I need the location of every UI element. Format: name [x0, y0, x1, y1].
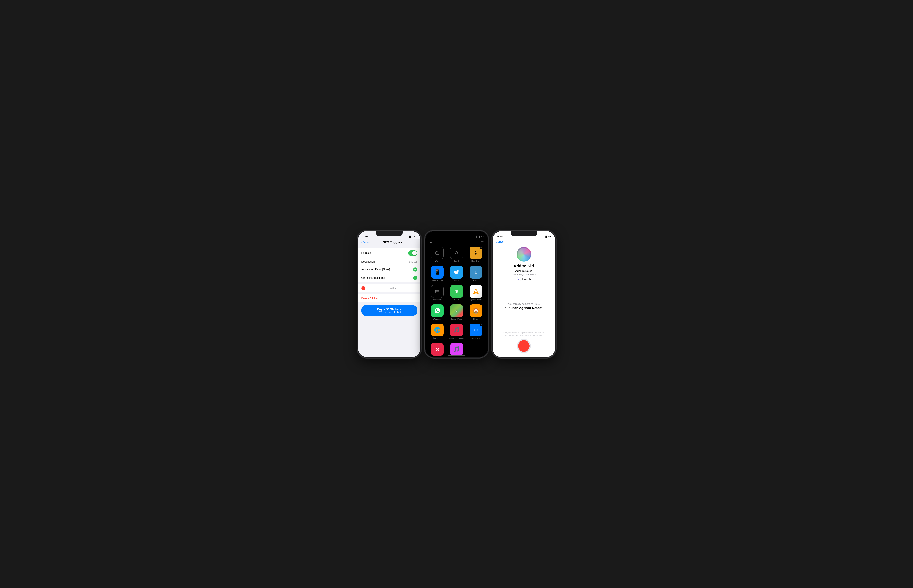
svg-rect-12: [477, 293, 478, 294]
description-label: Description: [361, 260, 375, 263]
twitter-action-row: − Twitter: [358, 284, 421, 292]
whatsapp-icon: [431, 304, 444, 317]
siri-orb: [516, 247, 531, 262]
shortcut-newshow[interactable]: 🎙 )))) New Show: [468, 247, 484, 262]
shortcut-twitter[interactable]: Twitter: [449, 266, 465, 281]
timezones-icon: 🌐: [431, 324, 444, 336]
siri-body: Add to Siri Agenda Notes Launch Agenda N…: [493, 245, 555, 357]
bookmarks-label: Bookmarks: [432, 299, 442, 300]
timezones-label: Time Zones: [432, 337, 442, 339]
launch-row: A Launch: [517, 277, 531, 281]
linked-actions-add-button[interactable]: +: [413, 276, 417, 280]
maps-pin: 📍: [459, 313, 461, 316]
shortcut-bookmarks[interactable]: Bookmarks: [429, 285, 445, 300]
playlists-label: Playlists: [453, 357, 460, 357]
nav-back-button[interactable]: ‹ Action: [361, 241, 370, 244]
playlists-glyph: 🎵: [453, 346, 460, 352]
shortcut-dollar[interactable]: $ $ → €: [449, 285, 465, 300]
nav-back-label: Action: [363, 241, 370, 244]
settings-icon[interactable]: ⚙: [429, 240, 432, 244]
shortcut-appleframes[interactable]: 📱 Apple Frames: [429, 266, 445, 281]
dollar-label: $ → €: [454, 299, 459, 300]
notch-1: [376, 231, 403, 236]
playlists-icon: 🎵: [450, 343, 463, 355]
delete-button[interactable]: Delete Sticker: [358, 295, 421, 302]
description-value: A Sticker: [406, 260, 417, 263]
phone-shortcuts: ▌▌▌ ⌾ ▪ ⚙ ✏: [425, 231, 489, 358]
newshow-icon: 🎙 )))): [469, 247, 482, 259]
description-row[interactable]: Description A Sticker: [358, 258, 421, 265]
euro-icon: €: [469, 266, 482, 278]
dollar-icon: $: [450, 285, 463, 298]
phone-add-to-siri: 12:59 ▌▌▌ ⌾ ▪ Cancel Add to Siri Agend: [492, 231, 556, 358]
phone3-content: Cancel Add to Siri Agenda Notes Launch A…: [493, 239, 555, 357]
wifi-icon-2: ⌾: [481, 236, 482, 238]
status-time-1: 12:59: [362, 235, 368, 238]
edit-icon[interactable]: ✏: [481, 240, 484, 244]
status-icons-3: ▌▌▌ ⌾ ▪: [544, 236, 551, 238]
siri-say-label: You can say something like...: [508, 302, 540, 305]
agenda-icon: [469, 285, 482, 298]
home-label: Home: [473, 318, 478, 320]
speakers-glyph: 🎵: [453, 327, 460, 333]
bookmarks-icon: [431, 285, 444, 298]
shortcut-whatsapp[interactable]: WhatsApp: [429, 304, 445, 320]
search-label: Search: [453, 260, 460, 262]
nfc-badge-openurl: ))): [480, 324, 482, 326]
newshow-icon-glyph: 🎙: [473, 250, 478, 256]
shortcut-euro[interactable]: € € → $: [468, 266, 484, 281]
timezones-glyph: 🌐: [434, 327, 440, 333]
buy-button-container: Buy NFC Stickers 10% discount unlocked: [358, 302, 421, 319]
associated-data-add-button[interactable]: +: [413, 267, 417, 271]
nav-title: NFC Triggers: [383, 241, 402, 244]
shortcut-openurl[interactable]: ))) Open URL: [468, 324, 484, 339]
phone3-header: Cancel: [493, 239, 555, 245]
phone2-content: ⚙ ✏: [426, 239, 488, 357]
agenda-label: Agenda Notes: [470, 299, 482, 300]
home-glyph: 🏠: [473, 307, 479, 314]
shortcut-work[interactable]: Work: [429, 247, 445, 262]
battery-icon-1: ▪: [416, 236, 416, 238]
shortcut-timezones[interactable]: 🌐 Time Zones: [429, 324, 445, 339]
phone2-header: ⚙ ✏: [426, 239, 488, 245]
nav-plus-button[interactable]: +: [415, 240, 417, 244]
shortcut-playlists[interactable]: 🎵 Playlists: [449, 343, 465, 357]
enabled-toggle[interactable]: [408, 250, 417, 256]
newshow-label: New Show: [471, 260, 480, 262]
settings-list: Enabled Description A Sticker Associated…: [358, 248, 421, 282]
shortcut-search[interactable]: Search: [449, 247, 465, 262]
associated-data-label: Associated Data: [None]: [361, 268, 390, 271]
cancel-button[interactable]: Cancel: [496, 240, 504, 243]
associated-data-row[interactable]: Associated Data: [None] +: [358, 265, 421, 274]
speakers-label: Speakers Volume: [449, 337, 464, 339]
wifi-icon-1: ⌾: [414, 236, 415, 238]
add-to-siri-app: Agenda Notes: [515, 269, 532, 272]
svg-line-4: [457, 254, 458, 255]
launch-label: Launch: [522, 278, 531, 281]
record-button[interactable]: [518, 340, 530, 352]
svg-rect-11: [474, 293, 475, 294]
buy-nfc-button[interactable]: Buy NFC Stickers 10% discount unlocked: [361, 305, 417, 316]
shortcut-google[interactable]: Google: [429, 343, 445, 357]
linked-actions-label: Other linked actions:: [361, 276, 386, 279]
shortcut-agenda[interactable]: Agenda Notes: [468, 285, 484, 300]
shortcut-speakers[interactable]: 🎵 Speakers Volume: [449, 324, 465, 339]
svg-rect-10: [474, 292, 478, 293]
status-icons-1: ▌▌▌ ⌾ ▪: [409, 236, 416, 238]
search-icon: [450, 247, 463, 259]
shortcut-searchmaps[interactable]: G 📍 Search Maps: [449, 304, 465, 320]
linked-actions-row[interactable]: Other linked actions: +: [358, 274, 421, 282]
remove-twitter-button[interactable]: −: [361, 286, 366, 290]
signal-icon-1: ▌▌▌: [409, 236, 413, 238]
enabled-label: Enabled: [361, 252, 371, 255]
speakers-icon: 🎵: [450, 324, 463, 336]
agenda-small-icon: A: [517, 277, 521, 281]
shortcut-home[interactable]: 🏠 Home: [468, 304, 484, 320]
work-icon: [431, 247, 444, 259]
openurl-label: Open URL: [471, 337, 480, 339]
nav-bar: ‹ Action NFC Triggers +: [358, 239, 421, 246]
enabled-row: Enabled: [358, 248, 421, 258]
siri-description: After you record your personalized phras…: [497, 331, 551, 337]
twitter-shortcut-label: Twitter: [454, 279, 459, 281]
searchmaps-label: Search Maps: [451, 318, 462, 320]
